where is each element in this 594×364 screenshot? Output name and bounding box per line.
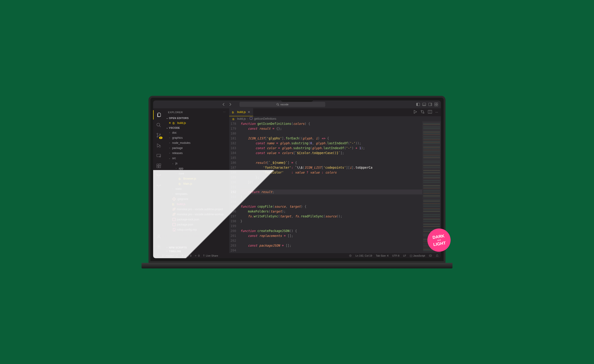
activity-remote[interactable] (153, 151, 164, 160)
folder-item[interactable]: ›releases (164, 151, 229, 156)
svg-rect-9 (435, 105, 436, 106)
status-ports[interactable]: ᯤ 0 (195, 254, 200, 257)
folder-item[interactable]: ⌄src (164, 156, 229, 161)
folder-item[interactable]: ›node_modules (164, 140, 229, 145)
folder-item[interactable]: ›core (164, 171, 229, 176)
svg-rect-2 (417, 103, 418, 106)
status-language[interactable]: { } JavaScript (410, 254, 425, 257)
code-content[interactable]: function getIconDefinitions(colors) { co… (240, 121, 422, 253)
tree-item-label: releases (172, 151, 182, 155)
run-icon[interactable] (413, 110, 417, 115)
folder-item[interactable]: ›static (164, 186, 229, 191)
layout-sidebar-left-icon[interactable] (416, 102, 420, 106)
layout-sidebar-right-icon[interactable] (428, 102, 432, 106)
file-item[interactable]: monokai pro - vscode.sublime-project (164, 207, 229, 212)
folder-item[interactable]: ⌄js (164, 161, 229, 166)
file-item[interactable]: package-lock.json (164, 217, 229, 222)
folder-item[interactable]: ›package (164, 145, 229, 151)
javascript-file-icon: (); (232, 117, 236, 120)
tree-item-label: js (176, 162, 177, 165)
activity-account[interactable] (153, 232, 164, 241)
nav-forward-button[interactable] (227, 102, 233, 107)
open-editor-item[interactable]: ✕ (); build.js (164, 120, 229, 126)
status-encoding[interactable]: UTF-8 (392, 254, 399, 257)
tree-item-label: monokai pro - vscode.sublime-project (177, 208, 223, 211)
section-label: VSCODE (169, 127, 180, 129)
section-label: TIMELINE (169, 250, 181, 253)
breadcrumb[interactable]: (); build.js › getIconDefinitions (229, 116, 441, 121)
status-liveshare[interactable]: ⇪ Live Share (203, 254, 218, 257)
activity-extra-1[interactable] (153, 171, 164, 181)
activity-source-control[interactable]: 4 (153, 131, 164, 140)
svg-point-13 (157, 136, 158, 137)
section-label: NPM SCRIPTS (169, 246, 187, 249)
svg-rect-10 (436, 105, 438, 106)
close-icon[interactable]: ✕ (168, 121, 172, 125)
activity-search[interactable] (153, 120, 164, 130)
folder-item[interactable]: ›templates (164, 191, 229, 196)
git-compare-icon[interactable] (420, 110, 425, 115)
svg-point-40 (164, 255, 164, 256)
svg-point-11 (157, 123, 160, 126)
svg-rect-8 (436, 103, 438, 104)
ellipsis-icon[interactable]: ⋯ (435, 111, 438, 114)
file-item[interactable]: package.json (164, 222, 229, 227)
folder-item[interactable]: ›doc (164, 130, 229, 135)
svg-text:();: (); (179, 182, 181, 185)
file-item[interactable]: .gitignore (164, 196, 229, 202)
file-item[interactable]: ();Browser.js (164, 176, 229, 181)
tree-item-label: monokai pro - vscode.sublime-worksp… (177, 213, 226, 216)
javascript-file-icon: (); (179, 182, 182, 186)
editor-tab-active[interactable]: (); build.js ✕ (229, 108, 253, 116)
status-feedback[interactable] (349, 254, 352, 257)
json-file-icon (172, 223, 176, 226)
split-editor-icon[interactable] (428, 110, 432, 115)
status-remote[interactable] (155, 254, 159, 257)
section-timeline[interactable]: › TIMELINE (164, 249, 229, 253)
svg-rect-7 (435, 103, 436, 104)
file-item[interactable]: rollup.config.mjs (164, 227, 229, 232)
section-open-editors[interactable]: ⌄ OPEN EDITORS (164, 116, 229, 120)
code-editor[interactable]: 1781791801811821831841851861871881891901… (229, 121, 441, 253)
status-bar: master* ⊗ 0 ⚠ 0 ᯤ 0 ⇪ Live Share (153, 253, 441, 258)
editor-group: (); build.js ✕ ⋯ (229, 108, 441, 253)
activity-overflow[interactable]: ⋯ (153, 192, 164, 201)
chevron-right-icon: › (175, 167, 178, 170)
command-center-search[interactable]: vscode (239, 102, 325, 107)
section-npm-scripts[interactable]: › NPM SCRIPTS (164, 246, 229, 249)
status-indentation[interactable]: Tab Size: 4 (376, 254, 388, 257)
activity-settings[interactable] (153, 242, 164, 251)
customize-layout-icon[interactable] (434, 102, 438, 106)
laptop-notch (281, 98, 313, 102)
folder-item[interactable]: ›app (164, 166, 229, 171)
remote-icon (156, 153, 161, 158)
status-notifications[interactable] (436, 254, 439, 257)
status-eol[interactable]: LF (403, 254, 406, 257)
chevron-right-icon: › (247, 117, 248, 120)
section-project[interactable]: ⌄ VSCODE (164, 126, 229, 130)
status-copilot[interactable] (429, 254, 432, 257)
close-icon[interactable]: ✕ (248, 110, 250, 114)
svg-point-45 (431, 256, 431, 256)
svg-rect-20 (159, 166, 161, 168)
tree-item-label: doc (172, 131, 176, 134)
file-item[interactable]: ();build.js (164, 202, 229, 207)
status-cursor-position[interactable]: Ln 192, Col 19 (356, 254, 372, 257)
status-branch[interactable]: master* (162, 254, 178, 257)
nav-back-button[interactable] (221, 102, 226, 107)
layout-panel-icon[interactable] (422, 102, 426, 106)
file-item[interactable]: monokai pro - vscode.sublime-worksp… (164, 212, 229, 217)
folder-item[interactable]: ›graphics (164, 135, 229, 140)
activity-extra-2[interactable] (153, 182, 164, 191)
activity-debug[interactable] (153, 141, 164, 150)
svg-point-27 (174, 199, 175, 199)
file-item[interactable]: ();Main.js (164, 181, 229, 186)
search-icon (276, 103, 279, 106)
chevron-right-icon: › (175, 172, 178, 175)
status-problems[interactable]: ⊗ 0 ⚠ 0 (182, 254, 191, 257)
gear-icon (156, 244, 161, 249)
activity-extensions[interactable] (153, 161, 164, 170)
activity-explorer[interactable] (153, 110, 164, 120)
plant-icon (156, 174, 161, 179)
sidebar-more-button[interactable]: ⋯ (223, 111, 226, 114)
